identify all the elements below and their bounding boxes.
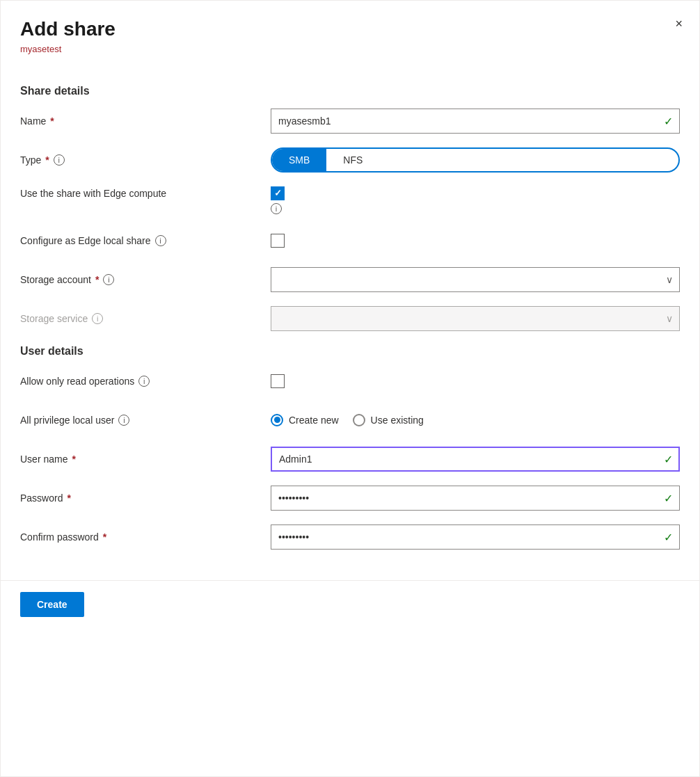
storage-service-control: ∨ <box>271 306 680 331</box>
username-input-wrapper: ✓ <box>271 447 680 472</box>
name-control: ✓ <box>271 109 680 134</box>
user-details-section-title: User details <box>20 345 680 358</box>
storage-service-info-icon: i <box>92 313 103 324</box>
confirm-password-check-icon: ✓ <box>664 530 673 543</box>
type-required: * <box>45 154 49 166</box>
edge-local-info-icon[interactable]: i <box>155 235 166 246</box>
confirm-password-input-wrapper: ✓ <box>271 524 680 550</box>
storage-service-label: Storage service i <box>20 313 271 324</box>
storage-account-select-wrapper: ∨ <box>271 267 680 292</box>
username-required: * <box>72 454 75 465</box>
allow-read-info-icon[interactable]: i <box>138 376 150 387</box>
type-toggle: SMB NFS <box>271 147 680 173</box>
edge-compute-label: Use the share with Edge compute <box>20 186 271 199</box>
use-existing-radio-circle[interactable] <box>353 414 365 426</box>
password-input-wrapper: ✓ <box>271 486 680 511</box>
type-control: SMB NFS <box>271 147 680 173</box>
type-label: Type * i <box>20 154 271 166</box>
password-control: ✓ <box>271 486 680 511</box>
edge-compute-right: i <box>271 186 285 214</box>
username-label: User name * <box>20 454 271 465</box>
panel-header: Add share myasetest × <box>1 1 699 65</box>
edge-local-row: Configure as Edge local share i <box>20 228 680 253</box>
storage-service-select <box>271 306 680 331</box>
panel-title: Add share <box>20 17 680 41</box>
privilege-control: Create new Use existing <box>271 414 680 426</box>
password-row: Password * ✓ <box>20 486 680 511</box>
password-input[interactable] <box>271 486 680 511</box>
name-input[interactable] <box>271 109 680 134</box>
storage-service-select-wrapper: ∨ <box>271 306 680 331</box>
confirm-password-required: * <box>103 531 106 543</box>
password-label: Password * <box>20 492 271 504</box>
create-new-radio-label: Create new <box>289 415 339 426</box>
storage-account-info-icon[interactable]: i <box>103 274 114 285</box>
storage-account-label: Storage account * i <box>20 274 271 285</box>
edge-local-control <box>271 234 680 248</box>
privilege-info-icon[interactable]: i <box>118 415 129 426</box>
allow-read-row: Allow only read operations i <box>20 369 680 394</box>
name-input-wrapper: ✓ <box>271 109 680 134</box>
type-row: Type * i SMB NFS <box>20 147 680 173</box>
username-row: User name * ✓ <box>20 447 680 472</box>
username-input[interactable] <box>271 447 680 472</box>
password-check-icon: ✓ <box>664 491 673 504</box>
edge-compute-checkbox[interactable] <box>271 186 285 200</box>
storage-account-required: * <box>95 274 99 285</box>
confirm-password-row: Confirm password * ✓ <box>20 524 680 550</box>
allow-read-control <box>271 374 680 388</box>
create-new-radio-circle[interactable] <box>271 414 283 426</box>
storage-account-row: Storage account * i ∨ <box>20 267 680 292</box>
username-control: ✓ <box>271 447 680 472</box>
edge-compute-info-row: i <box>271 203 285 214</box>
name-label: Name * <box>20 115 271 127</box>
type-nfs-button[interactable]: NFS <box>326 149 379 171</box>
name-check-icon: ✓ <box>664 114 673 127</box>
type-info-icon[interactable]: i <box>54 154 65 166</box>
privilege-row: All privilege local user i Create new Us… <box>20 408 680 433</box>
privilege-radio-group: Create new Use existing <box>271 414 680 426</box>
panel-subtitle: myasetest <box>20 44 680 54</box>
edge-compute-row: Use the share with Edge compute i <box>20 186 680 214</box>
password-required: * <box>67 492 70 504</box>
panel-body: Share details Name * ✓ Type * i <box>1 65 699 580</box>
use-existing-radio-option[interactable]: Use existing <box>353 414 424 426</box>
privilege-label: All privilege local user i <box>20 415 271 426</box>
edge-local-checkbox[interactable] <box>271 234 285 248</box>
name-row: Name * ✓ <box>20 109 680 134</box>
username-check-icon: ✓ <box>664 452 673 465</box>
confirm-password-input[interactable] <box>271 524 680 550</box>
share-details-section-title: Share details <box>20 85 680 97</box>
storage-account-control: ∨ <box>271 267 680 292</box>
edge-compute-info-icon[interactable]: i <box>271 203 282 214</box>
create-button[interactable]: Create <box>20 592 84 617</box>
panel-footer: Create <box>1 580 699 628</box>
create-new-radio-option[interactable]: Create new <box>271 414 339 426</box>
close-button[interactable]: × <box>672 15 685 33</box>
add-share-panel: Add share myasetest × Share details Name… <box>0 0 700 777</box>
confirm-password-label: Confirm password * <box>20 531 271 543</box>
type-smb-button[interactable]: SMB <box>272 149 326 171</box>
edge-local-label: Configure as Edge local share i <box>20 235 271 246</box>
storage-service-row: Storage service i ∨ <box>20 306 680 331</box>
name-required: * <box>50 115 54 127</box>
allow-read-checkbox[interactable] <box>271 374 285 388</box>
storage-account-select[interactable] <box>271 267 680 292</box>
use-existing-radio-label: Use existing <box>371 415 424 426</box>
confirm-password-control: ✓ <box>271 524 680 550</box>
allow-read-label: Allow only read operations i <box>20 376 271 387</box>
